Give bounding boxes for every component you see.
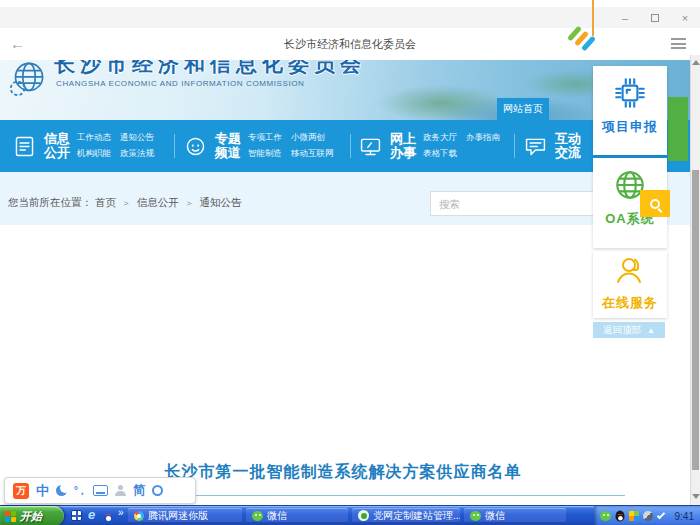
ime-toolbar[interactable]: 万 中 °， 简 [4,477,196,504]
nav-sublink-duties[interactable]: 机构职能 [77,148,111,160]
nav-divider [350,134,351,158]
qq-tray-icon[interactable] [616,511,625,522]
search-icon [650,199,660,209]
headset-icon [613,253,647,287]
side-panel-label: 在线服务 [593,294,667,312]
overflow-chevron-icon[interactable]: » [118,507,124,518]
breadcrumb-info-disclosure[interactable]: 信息公开 [137,196,179,208]
side-panel-online-service-button[interactable]: 在线服务 [593,251,667,318]
security-check-icon[interactable] [657,511,665,519]
nav-sublinks: 政务大厅 办事指南 表格下载 [423,132,500,160]
search-input[interactable] [430,191,612,216]
ime-language-toggle[interactable]: 中 [36,482,49,500]
app-grid-tray-icon[interactable] [629,511,639,521]
nav-sublink-work-news[interactable]: 工作动态 [77,132,111,144]
quicklaunch-app-icon[interactable] [71,510,82,521]
nav-item-title: 互动交流 [555,132,581,160]
nav-item-title: 专题频道 [215,132,241,160]
side-panel-project-button[interactable]: 项目申报 [593,66,667,155]
clock[interactable]: 9:41 [675,511,694,522]
restore-icon[interactable] [648,11,662,25]
taskbar-task-wechat[interactable]: 微信 [246,508,348,523]
floating-widget-icon[interactable] [566,26,598,52]
window-titlebar: – × [0,7,700,28]
scroll-down-icon[interactable] [692,494,700,499]
ime-simplified-toggle[interactable]: 简 [133,482,145,499]
close-icon[interactable]: × [678,11,692,25]
nav-sublink-notices[interactable]: 通知公告 [120,132,154,144]
document-icon [12,134,37,159]
breadcrumb-prefix: 您当前所在位置： [8,196,92,208]
site-home-button[interactable]: 网站首页 [497,98,549,120]
back-to-top-button[interactable]: 返回顶部▲ [593,322,665,338]
scroll-up-icon[interactable] [692,60,700,65]
nav-item-title: 信息公开 [44,132,70,160]
nav-divider [174,134,175,158]
breadcrumb: 您当前所在位置： 首页 ＞ 信息公开 ＞ 通知公告 [8,196,242,210]
start-button[interactable]: 开始 [0,506,64,525]
nav-sublink-form-download[interactable]: 表格下载 [423,148,457,160]
site-name-cn: 长沙市经济和信息化委员会 [54,60,366,78]
chip-icon [612,75,648,111]
nav-sublinks: 工作动态 通知公告 机构职能 政策法规 [77,132,154,160]
scrollbar-thumb[interactable] [692,170,699,470]
wechat-tray-icon[interactable] [600,511,611,521]
side-tab-green[interactable] [668,97,688,161]
breadcrumb-separator: ＞ [122,198,131,208]
site-logo-icon [4,60,52,103]
breadcrumb-home[interactable]: 首页 [95,196,116,208]
search-button[interactable] [640,190,670,217]
breadcrumb-separator: ＞ [185,198,194,208]
chat-icon [523,134,548,159]
scrollbar[interactable] [690,55,700,505]
nav-item-info-disclosure[interactable]: 信息公开 工作动态 通知公告 机构职能 政策法规 [12,120,154,172]
system-tray: 9:41 [594,506,700,525]
keyboard-icon[interactable] [93,485,108,496]
ime-halfwidth-icon[interactable] [56,485,67,496]
ime-punctuation-toggle[interactable]: °， [74,484,86,498]
nav-sublinks: 专项工作 小微两创 智能制造 移动互联网 [248,132,334,160]
nav-item-special-channels[interactable]: 专题频道 专项工作 小微两创 智能制造 移动互联网 [183,120,334,172]
up-arrow-icon: ▲ [647,326,655,335]
nav-item-online-services[interactable]: 网上办事 政务大厅 办事指南 表格下载 [358,120,500,172]
screen: – × ← 长沙市经济和信息化委员会 长沙市经济和信息化委员会 CHANGSHA… [0,0,700,525]
side-panel-label: 项目申报 [593,118,667,136]
taskbar-task-site-builder[interactable]: 党网定制建站管理... [352,508,460,523]
compass-icon [134,511,144,521]
breadcrumb-notices[interactable]: 通知公告 [200,196,242,208]
ime-brand-icon[interactable]: 万 [13,483,29,499]
swirl-tray-icon[interactable] [643,511,653,521]
nav-sublink-gov-hall[interactable]: 政务大厅 [423,132,457,144]
nav-sublink-guide[interactable]: 办事指南 [466,132,500,144]
site-name-en: CHANGSHA ECONOMIC AND INFORMATION COMMIS… [56,79,305,88]
taskbar-task-wechat-2[interactable]: 微信 [464,508,566,523]
window-controls: – × [618,7,692,28]
minimize-icon[interactable]: – [618,11,632,25]
user-icon[interactable] [115,485,126,496]
site-builder-icon [358,510,369,521]
nav-sublink-smart-mfg[interactable]: 智能制造 [248,148,282,160]
nav-sublink-small-biz[interactable]: 小微两创 [291,132,325,144]
wechat-icon [252,511,263,521]
nav-sublink-mobile-internet[interactable]: 移动互联网 [291,148,334,160]
menu-icon[interactable] [671,38,686,50]
nav-item-interaction[interactable]: 互动交流 [523,120,581,172]
nav-divider [514,134,515,158]
nav-sublink-policies[interactable]: 政策法规 [120,148,154,160]
gear-icon[interactable] [152,485,163,496]
taskbar: 开始 e » 腾讯网迷你版 微信 党网定制建站管理... 微信 9:41 [0,505,700,525]
monitor-icon [358,134,383,159]
channel-icon [183,134,208,159]
windows-logo-icon [5,511,16,522]
nav-item-title: 网上办事 [390,132,416,160]
internet-explorer-icon[interactable]: e [88,508,95,522]
wechat-icon [470,511,481,521]
taskbar-task-tencent-mini[interactable]: 腾讯网迷你版 [128,508,242,523]
nav-sublink-special-work[interactable]: 专项工作 [248,132,282,144]
